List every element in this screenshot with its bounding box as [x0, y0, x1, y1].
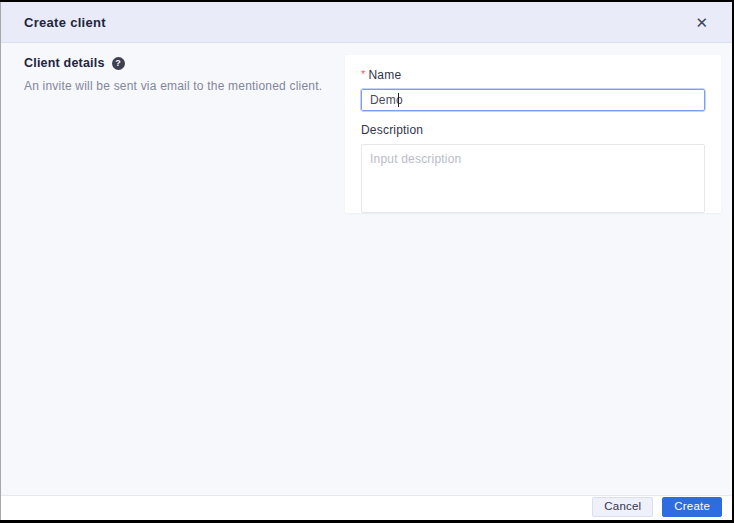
text-caret	[398, 93, 399, 107]
name-label-text: Name	[368, 68, 401, 82]
modal-footer: Cancel Create	[1, 495, 732, 520]
create-button[interactable]: Create	[662, 497, 722, 517]
info-panel: Client details ? An invite will be sent …	[1, 43, 345, 93]
required-asterisk: *	[361, 68, 365, 80]
form-card: *Name Description	[345, 55, 721, 213]
modal-body: Client details ? An invite will be sent …	[1, 43, 732, 495]
section-title-row: Client details ?	[24, 56, 325, 70]
cancel-button[interactable]: Cancel	[592, 497, 653, 517]
create-client-modal: Create client ✕ Client details ? An invi…	[0, 2, 732, 520]
description-textarea[interactable]	[361, 144, 705, 213]
name-input[interactable]	[361, 89, 705, 111]
help-icon[interactable]: ?	[112, 57, 125, 70]
modal-title: Create client	[24, 15, 106, 30]
modal-header: Create client ✕	[1, 2, 732, 43]
section-description: An invite will be sent via email to the …	[24, 79, 325, 93]
name-label: *Name	[361, 68, 705, 82]
close-icon[interactable]: ✕	[691, 13, 712, 32]
section-title: Client details	[24, 56, 105, 70]
name-input-wrap	[361, 89, 705, 111]
description-label: Description	[361, 123, 705, 137]
screen: Create client ✕ Client details ? An invi…	[0, 0, 734, 523]
